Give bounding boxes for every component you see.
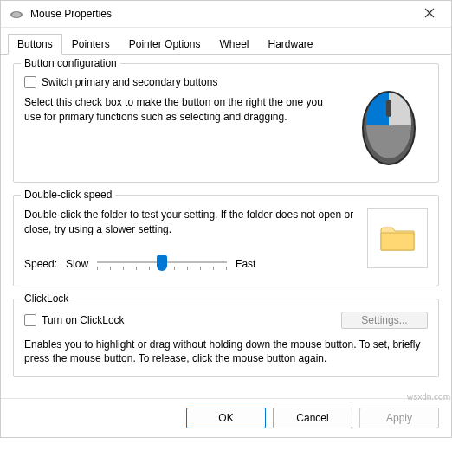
tab-buttons[interactable]: Buttons — [8, 34, 62, 55]
cancel-button[interactable]: Cancel — [273, 408, 352, 428]
folder-icon — [379, 222, 416, 254]
slow-label: Slow — [66, 258, 88, 270]
checkbox-switch-buttons-label: Switch primary and secondary buttons — [42, 76, 217, 88]
ok-button[interactable]: OK — [186, 408, 266, 428]
window-title: Mouse Properties — [30, 8, 416, 20]
group-double-click-speed: Double-click speed Double-click the fold… — [13, 195, 439, 286]
tab-pointers[interactable]: Pointers — [62, 34, 119, 55]
close-button[interactable] — [416, 6, 442, 22]
dialog-button-row: OK Cancel Apply — [1, 398, 451, 437]
folder-test-area[interactable] — [367, 208, 428, 268]
group-clicklock: ClickLock Turn on ClickLock Settings... … — [13, 299, 439, 378]
mouse-icon — [10, 10, 23, 18]
checkbox-clicklock-label: Turn on ClickLock — [42, 314, 125, 326]
checkbox-clicklock[interactable] — [24, 314, 36, 326]
double-click-description: Double-click the folder to test your set… — [24, 208, 358, 237]
mouse-properties-window: Mouse Properties Buttons Pointers Pointe… — [0, 0, 452, 438]
tab-hardware[interactable]: Hardware — [258, 34, 322, 55]
clicklock-description: Enables you to highlight or drag without… — [24, 338, 428, 367]
svg-rect-6 — [386, 100, 391, 117]
group-button-configuration: Button configuration Switch primary and … — [13, 63, 439, 183]
speed-label: Speed: — [24, 258, 57, 270]
tab-bar: Buttons Pointers Pointer Options Wheel H… — [1, 28, 451, 55]
group-title-double-click: Double-click speed — [21, 189, 115, 201]
speed-slider[interactable] — [97, 253, 227, 275]
checkbox-switch-buttons[interactable] — [24, 76, 36, 88]
group-title-clicklock: ClickLock — [21, 293, 72, 305]
tab-wheel[interactable]: Wheel — [210, 34, 258, 55]
tab-content: Button configuration Switch primary and … — [1, 55, 451, 398]
slider-thumb[interactable] — [157, 255, 167, 271]
fast-label: Fast — [236, 258, 255, 270]
titlebar: Mouse Properties — [1, 1, 451, 28]
clicklock-settings-button[interactable]: Settings... — [341, 312, 428, 329]
button-config-description: Select this check box to make the button… — [24, 95, 341, 125]
svg-point-1 — [12, 12, 21, 17]
apply-button[interactable]: Apply — [359, 408, 439, 428]
tab-pointer-options[interactable]: Pointer Options — [119, 34, 210, 55]
mouse-illustration — [350, 76, 428, 171]
group-title-button-config: Button configuration — [21, 57, 120, 69]
